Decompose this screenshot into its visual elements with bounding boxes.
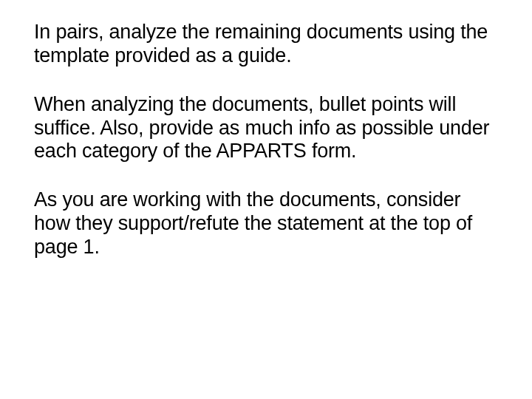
- instruction-paragraph-3: As you are working with the documents, c…: [34, 188, 495, 259]
- instruction-paragraph-2: When analyzing the documents, bullet poi…: [34, 93, 495, 164]
- instruction-paragraph-1: In pairs, analyze the remaining document…: [34, 21, 495, 68]
- slide: In pairs, analyze the remaining document…: [0, 0, 532, 399]
